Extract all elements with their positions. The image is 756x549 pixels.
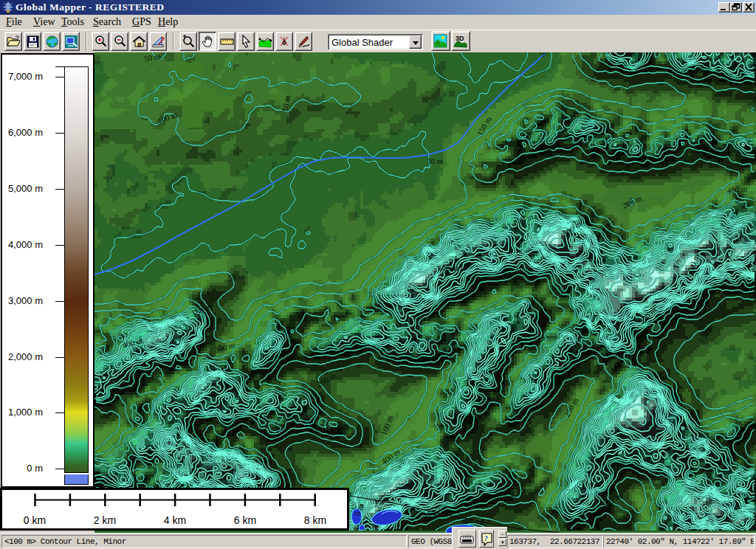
svg-text:6 km: 6 km [234,514,256,526]
svg-text:100 m: 100 m [495,492,517,503]
svg-text:50 m: 50 m [427,156,444,165]
svg-text:0 km: 0 km [24,514,46,526]
svg-text:?: ? [484,534,488,542]
svg-text:500 m: 500 m [438,263,458,272]
svg-text:400 m: 400 m [726,184,748,195]
svg-text:2 km: 2 km [94,514,116,526]
svg-text:3D: 3D [456,35,464,42]
svg-text:4 km: 4 km [164,514,186,526]
svg-text:8 km: 8 km [304,514,326,526]
